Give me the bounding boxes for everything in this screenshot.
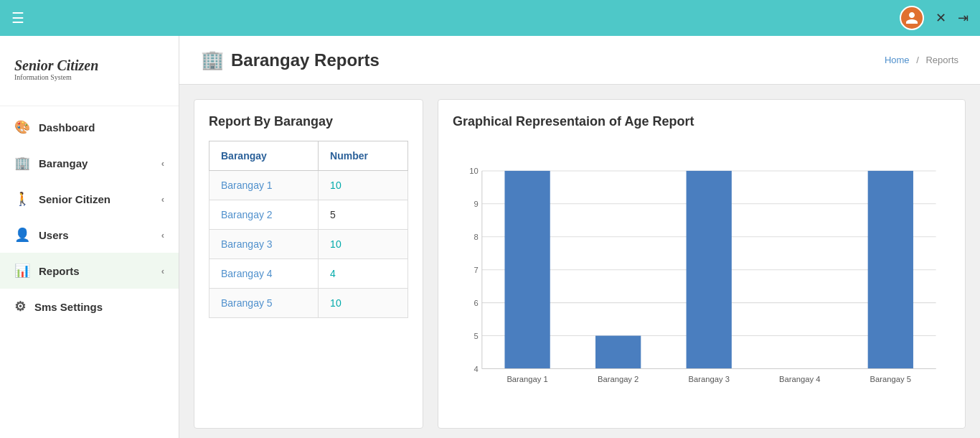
bar-chart: 45678910Barangay 1Barangay 2Barangay 3Ba… (453, 148, 951, 414)
report-table: Barangay Number Barangay 110Barangay 25B… (209, 141, 408, 318)
logo-subtitle: Information System (14, 73, 98, 81)
col-header-number: Number (319, 141, 408, 171)
chevron-right-icon-4: ‹ (161, 266, 164, 276)
svg-text:Barangay 1: Barangay 1 (507, 375, 547, 383)
topbar-right: ✕ ⇥ (900, 6, 969, 30)
barangay-icon: 🏢 (14, 155, 30, 171)
sidebar-item-users-label: Users (39, 229, 69, 241)
table-row-number-0: 10 (319, 171, 408, 200)
sidebar-item-dashboard-label: Dashboard (39, 121, 95, 134)
sidebar-item-barangay[interactable]: 🏢 Barangay ‹ (0, 145, 179, 181)
sidebar-item-senior-citizen[interactable]: 🚶 Senior Citizen ‹ (0, 181, 179, 217)
sidebar-item-sms-settings-label: Sms Settings (34, 301, 103, 313)
sidebar-item-reports-label: Reports (39, 265, 80, 277)
table-row: Barangay 25 (209, 200, 408, 230)
table-row: Barangay 510 (209, 289, 408, 318)
chevron-right-icon-2: ‹ (161, 194, 164, 205)
logo: Senior Citizen Information System (14, 57, 98, 81)
report-table-title: Report By Barangay (209, 114, 408, 129)
table-row-barangay-1: Barangay 2 (209, 200, 319, 230)
main-nav: 🎨 Dashboard 🏢 Barangay ‹ 🚶 Senior Citize… (0, 109, 179, 325)
svg-text:9: 9 (473, 200, 478, 208)
logo-text: Senior Citizen Information System (14, 57, 98, 81)
svg-rect-17 (868, 171, 913, 369)
logo-area: Senior Citizen Information System (0, 50, 179, 103)
table-row-barangay-3: Barangay 4 (209, 259, 319, 289)
table-row: Barangay 110 (209, 171, 408, 200)
reports-icon: 📊 (14, 263, 30, 279)
table-row-number-4: 10 (319, 289, 408, 318)
senior-citizen-icon: 🚶 (14, 191, 30, 207)
nav-divider (0, 106, 179, 106)
sidebar-item-senior-citizen-label: Senior Citizen (39, 193, 110, 205)
breadcrumb-current: Reports (925, 55, 958, 65)
sidebar-item-sms-settings[interactable]: ⚙ Sms Settings (0, 289, 179, 325)
svg-text:Barangay 3: Barangay 3 (689, 375, 730, 383)
sidebar-item-reports[interactable]: 📊 Reports ‹ (0, 253, 179, 289)
table-row: Barangay 310 (209, 230, 408, 259)
table-row-barangay-4: Barangay 5 (209, 289, 319, 318)
topbar: ☰ ✕ ⇥ (0, 0, 980, 36)
sms-settings-icon: ⚙ (14, 299, 26, 314)
sidebar-item-dashboard[interactable]: 🎨 Dashboard (0, 109, 179, 145)
chart-title: Graphical Representaion of Age Report (453, 114, 951, 129)
page-title-text: Barangay Reports (231, 50, 380, 70)
breadcrumb: Home / Reports (885, 55, 958, 65)
svg-rect-15 (595, 336, 641, 369)
hamburger-icon[interactable]: ☰ (11, 9, 24, 27)
content-area: 🏢 Barangay Reports Home / Reports Report… (179, 36, 980, 438)
table-row-barangay-2: Barangay 3 (209, 230, 319, 259)
topbar-left: ☰ (11, 9, 24, 27)
svg-text:6: 6 (473, 299, 478, 307)
table-row-number-3: 4 (319, 259, 408, 289)
main-layout: Senior Citizen Information System 🎨 Dash… (0, 36, 980, 438)
breadcrumb-home[interactable]: Home (885, 55, 910, 65)
breadcrumb-separator: / (916, 55, 919, 65)
sidebar-item-users[interactable]: 👤 Users ‹ (0, 217, 179, 253)
fullscreen-icon[interactable]: ✕ (936, 10, 946, 26)
table-row-barangay-0: Barangay 1 (209, 171, 319, 200)
table-row-number-2: 10 (319, 230, 408, 259)
sidebar-item-barangay-label: Barangay (39, 157, 88, 169)
svg-text:Barangay 5: Barangay 5 (870, 375, 911, 383)
svg-text:Barangay 4: Barangay 4 (779, 375, 820, 383)
table-row: Barangay 44 (209, 259, 408, 289)
page-title: 🏢 Barangay Reports (201, 49, 380, 71)
svg-text:10: 10 (469, 167, 478, 175)
col-header-barangay: Barangay (209, 141, 319, 171)
dashboard-icon: 🎨 (14, 119, 30, 135)
chevron-right-icon-3: ‹ (161, 230, 164, 241)
svg-rect-16 (687, 171, 732, 369)
chevron-right-icon: ‹ (161, 158, 164, 169)
chart-area: 45678910Barangay 1Barangay 2Barangay 3Ba… (453, 141, 951, 414)
page-header: 🏢 Barangay Reports Home / Reports (179, 36, 980, 85)
logout-icon[interactable]: ⇥ (958, 10, 969, 26)
table-row-number-1: 5 (319, 200, 408, 230)
chart-card: Graphical Representaion of Age Report 45… (438, 99, 966, 429)
svg-text:Barangay 2: Barangay 2 (598, 375, 639, 383)
cards-container: Report By Barangay Barangay Number Baran… (179, 85, 980, 438)
svg-text:5: 5 (473, 332, 478, 340)
svg-text:8: 8 (473, 233, 478, 241)
users-icon: 👤 (14, 227, 30, 243)
svg-text:4: 4 (473, 365, 478, 373)
svg-text:7: 7 (473, 266, 478, 274)
page-title-icon: 🏢 (201, 49, 224, 71)
report-by-barangay-card: Report By Barangay Barangay Number Baran… (194, 99, 423, 429)
sidebar: Senior Citizen Information System 🎨 Dash… (0, 36, 179, 438)
svg-rect-14 (504, 171, 550, 369)
user-icon (905, 11, 919, 25)
avatar[interactable] (900, 6, 924, 30)
